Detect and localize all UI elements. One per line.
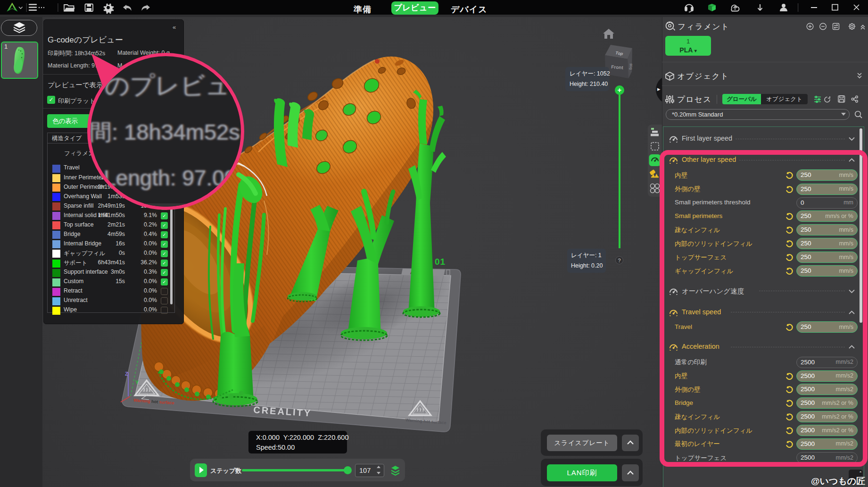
svg-text:Y: Y: [135, 379, 139, 385]
svg-text:01: 01: [435, 257, 446, 267]
svg-text:Z: Z: [125, 371, 128, 377]
svg-text:Rig: Rig: [628, 63, 633, 70]
svg-text:Top: Top: [615, 50, 624, 56]
svg-text:Front: Front: [611, 64, 624, 70]
